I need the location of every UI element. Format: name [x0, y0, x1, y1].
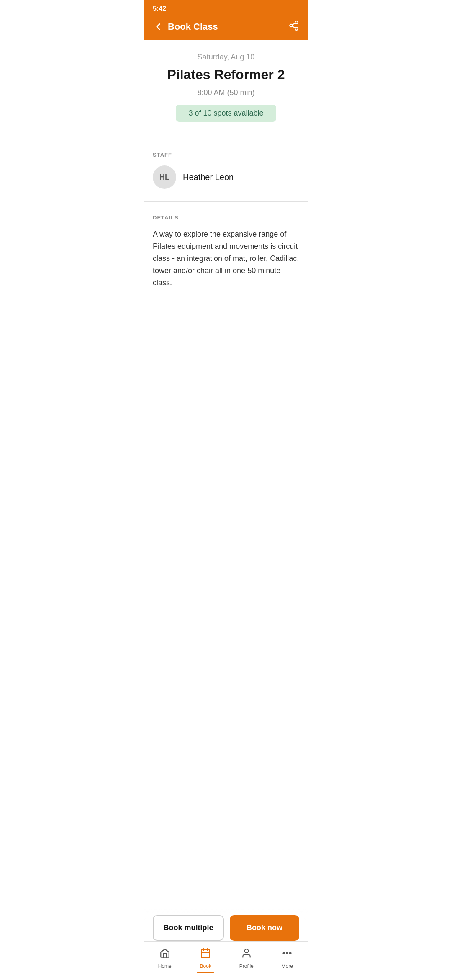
staff-avatar: HL	[153, 165, 176, 189]
svg-line-4	[292, 23, 295, 25]
nav-underline-profile	[238, 972, 255, 973]
book-icon	[200, 948, 211, 961]
staff-section-label: STAFF	[153, 152, 299, 158]
nav-label-book: Book	[200, 963, 211, 969]
nav-item-book[interactable]: Book	[185, 945, 226, 976]
class-date: Saturday, Aug 10	[153, 53, 299, 62]
nav-item-more[interactable]: More	[267, 945, 308, 976]
spots-available-badge: 3 of 10 spots available	[176, 105, 276, 122]
page-title: Book Class	[168, 21, 218, 32]
book-now-button[interactable]: Book now	[230, 915, 299, 941]
details-section-label: DETAILS	[153, 214, 299, 221]
more-icon	[282, 948, 293, 961]
svg-point-12	[290, 952, 291, 954]
divider-2	[144, 201, 308, 202]
profile-icon	[241, 948, 252, 961]
details-description: A way to explore the expansive range of …	[153, 228, 299, 289]
book-buttons-container: Book multiple Book now	[144, 909, 308, 946]
nav-item-home[interactable]: Home	[144, 945, 185, 976]
bottom-nav: Home Book Profile	[144, 941, 308, 980]
svg-point-11	[287, 952, 288, 954]
svg-point-9	[244, 949, 248, 953]
status-time: 5:42	[153, 5, 166, 13]
nav-item-profile[interactable]: Profile	[226, 945, 267, 976]
share-button[interactable]	[288, 20, 299, 34]
nav-label-profile: Profile	[239, 963, 254, 969]
svg-point-10	[283, 952, 285, 954]
nav-label-home: Home	[158, 963, 172, 969]
nav-underline-more	[279, 972, 295, 973]
header-left: Book Class	[153, 21, 218, 32]
svg-rect-5	[202, 949, 210, 958]
status-bar: 5:42	[144, 0, 308, 16]
header: Book Class	[144, 16, 308, 40]
nav-label-more: More	[282, 963, 293, 969]
bottom-spacer	[144, 297, 308, 364]
staff-item: HL Heather Leon	[153, 165, 299, 189]
staff-name: Heather Leon	[183, 173, 234, 182]
class-time: 8:00 AM (50 min)	[153, 88, 299, 97]
svg-line-3	[292, 26, 295, 28]
nav-underline-book	[197, 972, 214, 973]
class-name: Pilates Reformer 2	[153, 67, 299, 83]
back-button[interactable]	[153, 21, 164, 32]
book-multiple-button[interactable]: Book multiple	[153, 915, 224, 941]
staff-section: STAFF HL Heather Leon	[144, 143, 308, 197]
details-section: DETAILS A way to explore the expansive r…	[144, 206, 308, 297]
divider-1	[144, 139, 308, 139]
home-icon	[159, 948, 170, 961]
nav-underline-home	[157, 972, 173, 973]
class-info-section: Saturday, Aug 10 Pilates Reformer 2 8:00…	[144, 40, 308, 134]
